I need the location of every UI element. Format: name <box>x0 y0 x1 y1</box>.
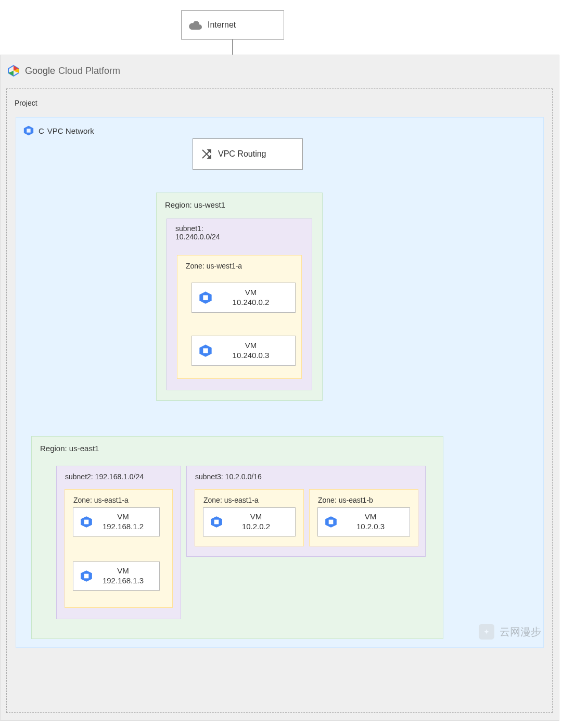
vpc-icon <box>23 125 34 136</box>
diagram-canvas: Internet Google Cloud Platform Project C… <box>0 0 562 728</box>
routing-icon <box>200 148 213 160</box>
wechat-icon: ✦ <box>479 624 494 640</box>
gcp-title-rest: Cloud Platform <box>58 66 120 76</box>
vm-ip: 192.168.1.3 <box>103 576 144 585</box>
vpc-routing-node: VPC Routing <box>193 138 303 170</box>
subnet-label: subnet2: 192.168.1.0/24 <box>65 472 144 481</box>
svg-rect-30 <box>329 520 334 525</box>
vpc-prefix: C <box>39 126 45 135</box>
watermark: ✦ 云网漫步 <box>479 624 541 640</box>
vm-name: VM <box>117 566 129 575</box>
compute-icon <box>198 290 213 305</box>
svg-rect-28 <box>214 520 219 525</box>
vpc-label: VPC Network <box>47 126 94 135</box>
region-label: Region: us-west1 <box>165 200 225 209</box>
zone-label: Zone: us-east1-b <box>318 496 373 504</box>
compute-icon <box>80 569 93 583</box>
compute-icon <box>324 515 338 529</box>
internet-node: Internet <box>181 10 284 40</box>
vpc-routing-label: VPC Routing <box>218 149 266 159</box>
vm-ip: 10.240.0.3 <box>233 351 270 360</box>
vm-name: VM <box>245 288 257 297</box>
watermark-text: 云网漫步 <box>500 625 541 639</box>
cloud-icon <box>189 20 202 30</box>
svg-rect-20 <box>203 295 208 300</box>
subnet-label: subnet1: 10.240.0.0/24 <box>175 224 220 241</box>
vm-node: VM10.240.0.3 <box>191 336 296 366</box>
vm-node: VM10.240.0.2 <box>191 283 296 313</box>
compute-icon <box>80 515 93 529</box>
vm-name: VM <box>117 512 129 521</box>
vm-node: VM192.168.1.3 <box>73 561 160 591</box>
vm-node: VM192.168.1.2 <box>73 507 160 537</box>
vm-name: VM <box>245 341 257 350</box>
compute-icon <box>198 343 213 358</box>
vm-name: VM <box>250 512 262 521</box>
vm-name: VM <box>365 512 377 521</box>
svg-rect-26 <box>84 574 89 579</box>
gcp-title-bold: Google <box>25 66 55 76</box>
vm-ip: 10.240.0.2 <box>233 298 270 306</box>
compute-icon <box>210 515 223 529</box>
internet-label: Internet <box>208 20 236 30</box>
region-label: Region: us-east1 <box>40 444 99 453</box>
svg-rect-24 <box>84 520 89 525</box>
zone-label: Zone: us-east1-a <box>203 496 259 504</box>
vm-ip: 192.168.1.2 <box>103 522 144 531</box>
zone-label: Zone: us-east1-a <box>73 496 129 504</box>
vm-ip: 10.2.0.3 <box>356 522 385 531</box>
vm-node: VM10.2.0.3 <box>317 507 410 537</box>
svg-rect-22 <box>203 348 208 353</box>
gcp-title: Google Cloud Platform <box>7 65 120 77</box>
zone-label: Zone: us-west1-a <box>186 262 242 270</box>
gcp-logo-icon <box>7 65 20 77</box>
vpc-network-title: C VPC Network <box>23 125 94 136</box>
project-label: Project <box>15 99 37 107</box>
vm-node: VM10.2.0.2 <box>203 507 296 537</box>
subnet-label: subnet3: 10.2.0.0/16 <box>195 472 262 481</box>
vm-ip: 10.2.0.2 <box>242 522 270 531</box>
svg-rect-16 <box>27 129 30 132</box>
